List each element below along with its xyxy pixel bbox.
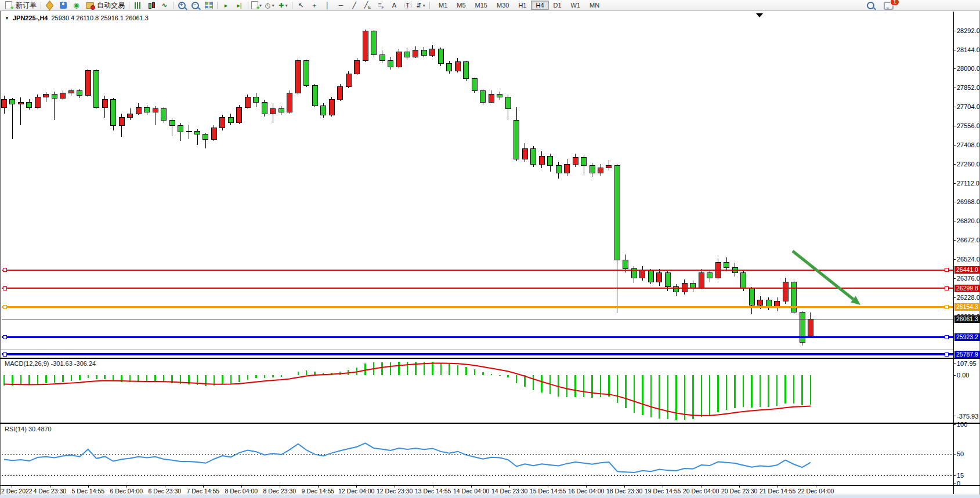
- timeframe-mn[interactable]: MN: [585, 1, 604, 10]
- signals-button[interactable]: ◉: [70, 1, 83, 10]
- candle-body: [581, 158, 587, 165]
- candle-body: [355, 61, 360, 74]
- mt4-terminal: { "toolbar": { "new_order": "新订单", "auto…: [0, 0, 980, 498]
- candle-body: [396, 52, 402, 67]
- timeframe-m30[interactable]: M30: [492, 1, 513, 10]
- search-button[interactable]: [864, 1, 877, 10]
- profiles-button[interactable]: ◷▼: [263, 1, 277, 10]
- price-line-badge: 25923.2: [954, 333, 980, 341]
- line-chart-button[interactable]: ∿: [158, 1, 171, 10]
- autotrading-button[interactable]: [83, 1, 96, 10]
- candle-body: [279, 108, 284, 112]
- candle-chart-button[interactable]: [144, 1, 158, 10]
- candle-body: [186, 131, 191, 132]
- timeframe-h1[interactable]: H1: [513, 1, 531, 10]
- label-button[interactable]: T: [401, 1, 414, 10]
- price-axis-label: 28000.0: [957, 65, 980, 72]
- indicators-icon: ✚: [279, 2, 284, 9]
- new-order-button[interactable]: +: [2, 1, 15, 10]
- timeframe-m5[interactable]: M5: [452, 1, 470, 10]
- hline-handle[interactable]: [945, 352, 949, 357]
- candle-chart-icon: [148, 2, 155, 9]
- autotrading-label[interactable]: 自动交易: [96, 1, 127, 10]
- time-axis-label: 13 Dec 14:55: [415, 488, 451, 495]
- timeframe-m1[interactable]: M1: [434, 1, 452, 10]
- channel-button[interactable]: ╱E: [361, 1, 374, 10]
- candle-body: [775, 301, 780, 306]
- auto-scroll-button[interactable]: ▸: [219, 1, 233, 10]
- candle-body: [254, 97, 259, 102]
- autotrading-icon: [86, 2, 94, 9]
- navigator-button[interactable]: [56, 1, 70, 10]
- hline-handle[interactable]: [3, 268, 7, 272]
- pane-separator[interactable]: [0, 423, 980, 424]
- candle-body: [464, 62, 469, 79]
- time-axis-label: 6 Dec 23:30: [149, 488, 182, 495]
- timeframe-d1[interactable]: D1: [549, 1, 566, 10]
- zoom-out-button[interactable]: −: [189, 1, 202, 10]
- time-axis-label: 6 Dec 04:00: [110, 488, 143, 495]
- chart-shift-marker[interactable]: [756, 13, 763, 17]
- trendline-button[interactable]: ╱: [348, 1, 361, 10]
- symbol-dropdown-icon[interactable]: ▼: [5, 16, 9, 21]
- candle-body: [195, 132, 200, 135]
- candle-body: [480, 90, 486, 102]
- candle-body: [404, 52, 410, 57]
- candle-body: [758, 300, 763, 305]
- vertical-line-button[interactable]: │: [321, 1, 334, 10]
- trend-arrow: [793, 251, 853, 299]
- chat-button[interactable]: 1: [882, 1, 895, 10]
- candle-body: [808, 319, 813, 336]
- candle-body: [119, 118, 124, 125]
- auto-scroll-icon: ▸: [225, 2, 228, 9]
- indicators-button[interactable]: ✚▼: [277, 1, 290, 10]
- horizontal-line-button[interactable]: ─: [334, 1, 348, 10]
- bar-chart-button[interactable]: [131, 1, 144, 10]
- hline-handle[interactable]: [945, 335, 949, 339]
- candle-body: [220, 118, 225, 128]
- time-axis-label: 22 Dec 04:00: [798, 488, 834, 495]
- zoom-in-icon: +: [178, 2, 186, 9]
- candle-body: [169, 120, 175, 125]
- hline-handle[interactable]: [3, 352, 7, 357]
- candle-body: [228, 118, 233, 123]
- candle-body: [379, 55, 385, 61]
- chart-title: JPN225-,H4: [13, 14, 48, 21]
- tile-windows-button[interactable]: [202, 1, 215, 10]
- market-watch-button[interactable]: [43, 1, 56, 10]
- time-axis-border: [0, 485, 980, 486]
- candle-body: [161, 108, 167, 120]
- timeframe-h4[interactable]: H4: [531, 1, 548, 10]
- arrows-button[interactable]: ⇵▼: [414, 1, 428, 10]
- toolbar: + 新订单 ◉ 自动交易 ∿ + − ▸ ▸| +▼ ◷▼ ✚▼ ↖ ＋ │ ─…: [0, 0, 980, 11]
- candle-body: [497, 94, 502, 97]
- cursor-button[interactable]: ↖: [294, 1, 308, 10]
- pane-separator[interactable]: [0, 358, 980, 359]
- candle-body: [27, 102, 32, 107]
- hline-handle[interactable]: [945, 305, 949, 309]
- hline-handle[interactable]: [945, 286, 949, 290]
- timeframe-m15[interactable]: M15: [471, 1, 492, 10]
- candle-body: [363, 31, 368, 60]
- hline-handle[interactable]: [3, 335, 7, 339]
- candle-body: [614, 165, 620, 260]
- text-button[interactable]: A: [388, 1, 401, 10]
- timeframe-w1[interactable]: W1: [566, 1, 585, 10]
- hline-handle[interactable]: [945, 268, 949, 272]
- price-line-badge: 26441.0: [954, 266, 980, 274]
- new-chart-button[interactable]: +▼: [250, 1, 263, 10]
- hline-handle[interactable]: [3, 286, 7, 290]
- candle-body: [648, 270, 653, 282]
- new-order-label[interactable]: 新订单: [15, 1, 39, 10]
- hline-handle[interactable]: [3, 305, 7, 309]
- time-axis-label: 12 Dec 23:30: [377, 488, 413, 495]
- rsi-line: [4, 443, 811, 472]
- candle-body: [18, 102, 23, 104]
- candle-body: [338, 86, 343, 99]
- line-chart-icon: ∿: [161, 1, 167, 9]
- bar-chart-icon: [135, 2, 142, 9]
- chart-shift-button[interactable]: ▸|: [233, 1, 246, 10]
- crosshair-button[interactable]: ＋: [308, 1, 321, 10]
- zoom-in-button[interactable]: +: [175, 1, 189, 10]
- fibonacci-button[interactable]: ≡F: [374, 1, 388, 10]
